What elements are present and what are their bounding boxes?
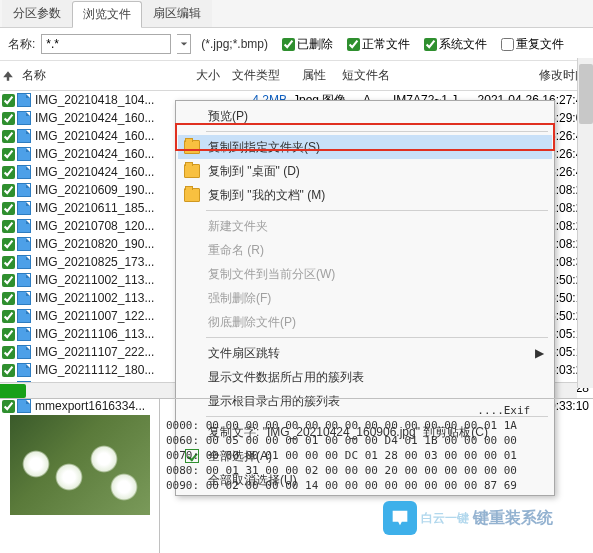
pattern-dropdown[interactable]: [177, 34, 191, 54]
chk-deleted[interactable]: 已删除: [282, 36, 333, 53]
menu-force-delete: 强制删除(F): [178, 286, 552, 310]
hscroll-thumb[interactable]: [0, 384, 26, 398]
watermark: 白云一键 键重装系统: [383, 501, 553, 535]
menu-copy-to-desktop[interactable]: 复制到 "桌面" (D): [178, 159, 552, 183]
image-file-icon: [17, 237, 31, 251]
image-file-icon: [17, 255, 31, 269]
image-file-icon: [17, 345, 31, 359]
tab-browse[interactable]: 浏览文件: [72, 1, 142, 28]
image-file-icon: [17, 219, 31, 233]
col-mtime[interactable]: 修改时间: [416, 65, 593, 86]
menu-perm-delete: 彻底删除文件(P): [178, 310, 552, 334]
row-checkbox[interactable]: [2, 292, 15, 305]
name-label: 名称:: [8, 36, 35, 53]
image-file-icon: [17, 93, 31, 107]
row-checkbox[interactable]: [2, 112, 15, 125]
menu-preview[interactable]: 预览(P): [178, 104, 552, 128]
menu-new-folder: 新建文件夹: [178, 214, 552, 238]
image-file-icon: [17, 327, 31, 341]
col-name[interactable]: 名称: [16, 65, 176, 86]
menu-show-clusters[interactable]: 显示文件数据所占用的簇列表: [178, 365, 552, 389]
row-checkbox[interactable]: [2, 310, 15, 323]
col-size[interactable]: 大小: [176, 65, 226, 86]
scroll-thumb[interactable]: [579, 64, 593, 124]
row-checkbox[interactable]: [2, 346, 15, 359]
image-file-icon: [17, 273, 31, 287]
row-checkbox[interactable]: [2, 238, 15, 251]
tab-bar: 分区参数 浏览文件 扇区编辑: [0, 0, 593, 28]
chk-dup[interactable]: 重复文件: [501, 36, 564, 53]
column-headers: 名称 大小 文件类型 属性 短文件名 修改时间: [0, 61, 593, 91]
image-file-icon: [17, 129, 31, 143]
col-short[interactable]: 短文件名: [336, 65, 416, 86]
ext-hint: (*.jpg;*.bmp): [201, 37, 268, 51]
col-type[interactable]: 文件类型: [226, 65, 296, 86]
vertical-scrollbar[interactable]: [577, 58, 593, 388]
menu-copy-to-docs[interactable]: 复制到 "我的文档" (M): [178, 183, 552, 207]
thumbnail-image: [10, 415, 150, 515]
menu-copy-to-partition: 复制文件到当前分区(W): [178, 262, 552, 286]
row-checkbox[interactable]: [2, 166, 15, 179]
tab-partition[interactable]: 分区参数: [2, 0, 72, 27]
thumbnail-panel: [0, 399, 160, 553]
image-file-icon: [17, 309, 31, 323]
menu-sector-jump[interactable]: 文件扇区跳转▶: [178, 341, 552, 365]
image-file-icon: [17, 147, 31, 161]
col-attr[interactable]: 属性: [296, 65, 336, 86]
image-file-icon: [17, 201, 31, 215]
watermark-icon: [383, 501, 417, 535]
folder-icon: [184, 164, 200, 178]
image-file-icon: [17, 111, 31, 125]
row-checkbox[interactable]: [2, 274, 15, 287]
row-checkbox[interactable]: [2, 184, 15, 197]
image-file-icon: [17, 165, 31, 179]
menu-rename: 重命名 (R): [178, 238, 552, 262]
filter-toolbar: 名称: (*.jpg;*.bmp) 已删除 正常文件 系统文件 重复文件: [0, 28, 593, 61]
chk-normal[interactable]: 正常文件: [347, 36, 410, 53]
chk-system[interactable]: 系统文件: [424, 36, 487, 53]
row-checkbox[interactable]: [2, 94, 15, 107]
submenu-arrow-icon: ▶: [535, 346, 544, 360]
image-file-icon: [17, 363, 31, 377]
folder-icon: [184, 140, 200, 154]
name-pattern-input[interactable]: [41, 34, 171, 54]
up-icon[interactable]: [0, 70, 16, 82]
image-file-icon: [17, 183, 31, 197]
row-checkbox[interactable]: [2, 130, 15, 143]
row-checkbox[interactable]: [2, 256, 15, 269]
row-checkbox[interactable]: [2, 202, 15, 215]
row-checkbox[interactable]: [2, 148, 15, 161]
tab-sector[interactable]: 扇区编辑: [142, 0, 212, 27]
menu-copy-to-folder[interactable]: 复制到指定文件夹(S)...: [178, 135, 552, 159]
row-checkbox[interactable]: [2, 364, 15, 377]
row-checkbox[interactable]: [2, 220, 15, 233]
image-file-icon: [17, 291, 31, 305]
folder-icon: [184, 188, 200, 202]
row-checkbox[interactable]: [2, 328, 15, 341]
